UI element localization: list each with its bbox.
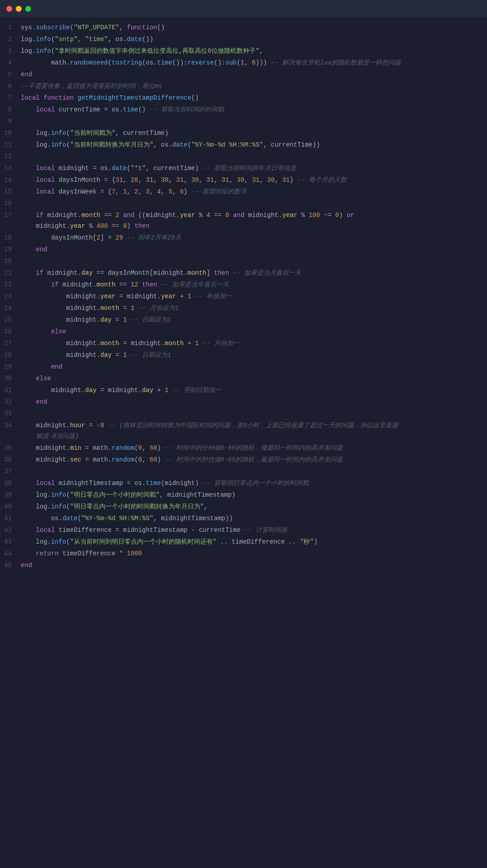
code-line-8: 8 local currentTime = os.time() -- 获取当前时…	[0, 104, 487, 115]
maximize-button[interactable]	[25, 6, 31, 12]
code-line-42: 42 local timeDifference = midnightTimest…	[0, 524, 487, 536]
code-line-16: 16	[0, 198, 487, 209]
code-area: 1 sys.subscribe("NTP_UPDATE", function()…	[0, 17, 487, 576]
code-line-7: 7 local function getMidnightTimestampDif…	[0, 92, 487, 104]
code-line-14: 14 local daysInMonth = {31, 28, 31, 30, …	[0, 174, 487, 186]
code-line-45: 45 end	[0, 559, 487, 571]
code-line-3: 3 log.info("拿时间戳返回的数值字串倒过来低位变高位,再取高位6位做随…	[0, 45, 487, 57]
code-line-31: 31 midnight.day = midnight.day + 1 -- 否则…	[0, 384, 487, 396]
code-line-35: 35 midnight.min = math.random(0, 60) -- …	[0, 442, 487, 454]
close-button[interactable]	[6, 6, 12, 12]
code-line-19: 19 end	[0, 244, 487, 255]
code-line-11: 11 log.info("当前时间戳转换为年月日为", os.date("%Y-…	[0, 139, 487, 151]
code-line-1: 1 sys.subscribe("NTP_UPDATE", function()	[0, 22, 487, 33]
code-line-21: 21 if midnight.day == daysInMonth[midnig…	[0, 267, 487, 279]
code-line-10: 10 log.info("当前时间戳为", currentTime)	[0, 127, 487, 139]
code-line-28: 28 midnight.day = 1 -- 日期设为1	[0, 349, 487, 361]
code-line-20: 20	[0, 255, 487, 267]
code-line-13: 13 local midnight = os.date("*t", curren…	[0, 162, 487, 174]
code-line-17: 17 if midnight.month == 2 and ((midnight…	[0, 209, 487, 232]
minimize-button[interactable]	[16, 6, 22, 12]
code-line-39: 39 log.info("明日零点内一个小时的时间戳", midnightTim…	[0, 489, 487, 501]
code-line-23: 23 midnight.year = midnight.year + 1 -- …	[0, 291, 487, 302]
code-line-4: 4 math.randomseed(tostring(os.time()):re…	[0, 57, 487, 69]
code-line-36: 36 midnight.sec = math.random(0, 60) -- …	[0, 454, 487, 466]
title-bar	[0, 0, 487, 17]
code-line-2: 2 log.info("sntp", "time", os.date())	[0, 33, 487, 45]
code-line-24: 24 midnight.month = 1 -- 月份设为1	[0, 302, 487, 314]
code-line-44: 44 return timeDifference * 1000	[0, 548, 487, 559]
code-line-41: 41 os.date("%Y-%m-%d %H:%M:%S", midnight…	[0, 512, 487, 524]
code-line-25: 25 midnight.day = 1 -- 日期设为1	[0, 314, 487, 326]
code-line-15: 15 local daysInWeek = {7, 1, 2, 3, 4, 5,…	[0, 186, 487, 198]
code-line-5: 5 end	[0, 69, 487, 80]
code-line-29: 29 end	[0, 361, 487, 373]
code-line-32: 32 end	[0, 396, 487, 408]
code-line-6: 6 --不需要传参，返回值为需要延时的时间，单位ms	[0, 80, 487, 92]
code-line-34: 34 midnight.hour = -8 -- (格林尼治时间转换为中国区时间…	[0, 420, 487, 442]
code-line-33: 33	[0, 408, 487, 420]
code-line-9: 9	[0, 115, 487, 127]
code-line-43: 43 log.info("从当前时间到明日零点内一个小时的随机时间还有" .. …	[0, 536, 487, 548]
code-line-37: 37	[0, 466, 487, 477]
code-line-30: 30 else	[0, 373, 487, 384]
code-line-38: 38 local midnightTimestamp = os.time(mid…	[0, 477, 487, 489]
code-line-12: 12	[0, 151, 487, 162]
code-line-26: 26 else	[0, 326, 487, 337]
code-line-27: 27 midnight.month = midnight.month + 1 -…	[0, 337, 487, 349]
code-line-22: 22 if midnight.month == 12 then -- 如果是当年…	[0, 279, 487, 291]
code-line-40: 40 log.info("明日零点内一个小时的时间戳转换为年月日为",	[0, 501, 487, 512]
code-line-18: 18 daysInMonth[2] = 29 -- 闰年2月有29天	[0, 232, 487, 244]
